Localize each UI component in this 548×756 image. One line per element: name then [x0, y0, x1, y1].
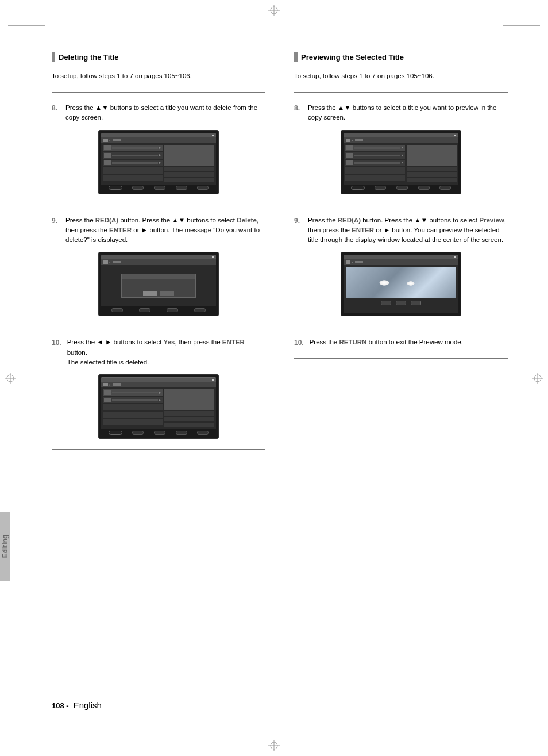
left-step-9: 9. Press the RED(A) button. Press the ▲▼… [52, 216, 265, 245]
step-number: 10. [294, 337, 304, 348]
right-step-9: 9. Press the RED(A) button. Press the ▲▼… [294, 216, 508, 245]
left-step-8: 8. Press the ▲▼ buttons to select a titl… [52, 103, 265, 123]
left-step-10: 10. Press the ◄ ► buttons to select Yes,… [52, 337, 265, 367]
step-number: 8. [52, 103, 60, 123]
divider [294, 327, 508, 327]
page-number: 108 - [52, 701, 69, 710]
step-text: Press the ▲▼ buttons to select a title y… [65, 103, 265, 123]
title-bar-icon [294, 52, 298, 62]
left-setup-text: To setup, follow steps 1 to 7 on pages 1… [52, 72, 265, 79]
left-section-title: Deleting the Title [52, 52, 265, 62]
screenshot-list-after-delete: › [98, 374, 219, 439]
side-tab-editing: Editing [0, 512, 10, 581]
screenshot-copy-list-right: › [341, 130, 461, 194]
divider [294, 358, 508, 359]
step-text: Press the ◄ ► buttons to select Yes, the… [67, 337, 265, 367]
step-text: Press the RED(A) button. Press the ▲▼ bu… [308, 216, 508, 245]
divider [294, 92, 508, 93]
right-column: Previewing the Selected Title To setup, … [294, 52, 508, 460]
step-number: 10. [52, 337, 61, 367]
step-number: 9. [294, 216, 302, 245]
step-number: 9. [52, 216, 60, 245]
divider [52, 92, 265, 93]
step-number: 8. [294, 103, 302, 123]
right-step-8: 8. Press the ▲▼ buttons to select a titl… [294, 103, 508, 123]
screenshot-copy-list: › [98, 130, 219, 194]
right-step-10: 10. Press the RETURN button to exit the … [294, 337, 508, 348]
crop-mark-top-icon [268, 5, 280, 16]
corner-crop-tick-v [45, 25, 45, 37]
left-title-text: Deleting the Title [59, 53, 119, 62]
right-setup-text: To setup, follow steps 1 to 7 on pages 1… [294, 72, 508, 79]
corner-crop-tick [8, 25, 45, 26]
screenshot-delete-popup: › [98, 252, 219, 316]
step-text: Press the ▲▼ buttons to select a title y… [308, 103, 508, 123]
page-footer: 108 - English [52, 700, 508, 710]
step-text: Press the RED(A) button. Press the ▲▼ bu… [65, 216, 265, 245]
left-column: Deleting the Title To setup, follow step… [52, 52, 265, 460]
page-language: English [74, 700, 102, 710]
corner-crop-tick-rv [503, 25, 503, 37]
right-title-text: Previewing the Selected Title [301, 53, 404, 62]
screenshot-preview-window: › [341, 252, 461, 316]
right-section-title: Previewing the Selected Title [294, 52, 508, 62]
divider [52, 449, 265, 450]
title-bar-icon [52, 52, 55, 62]
crop-mark-right-icon [532, 373, 543, 384]
crop-mark-bottom-icon [268, 740, 280, 751]
divider [294, 205, 508, 205]
side-tab-label: Editing [1, 535, 9, 558]
corner-crop-tick-r [503, 25, 540, 26]
crop-mark-left-icon [5, 373, 16, 384]
divider [52, 205, 265, 205]
divider [52, 327, 265, 327]
step-text: Press the RETURN button to exit the Prev… [310, 337, 508, 348]
